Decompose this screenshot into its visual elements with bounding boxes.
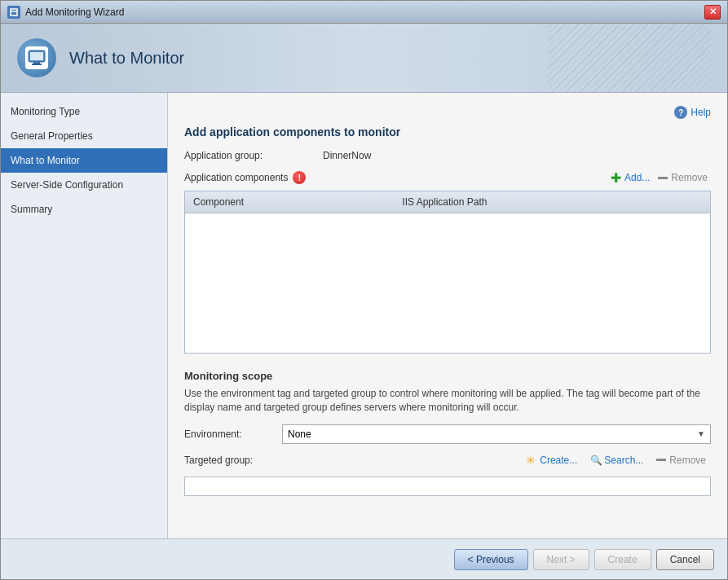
- header-title: What to Monitor: [69, 49, 184, 68]
- column-iis-path: IIS Application Path: [394, 191, 710, 213]
- targeted-controls: ✳ Create... 🔍 Search... Remove: [282, 452, 711, 468]
- targeted-group-label: Targeted group:: [184, 455, 282, 466]
- content-area: Monitoring Type General Properties What …: [1, 93, 727, 538]
- header-decoration: [548, 24, 711, 92]
- add-plus-icon: ✚: [610, 171, 623, 184]
- sidebar-item-monitoring-type[interactable]: Monitoring Type: [1, 99, 167, 124]
- search-button[interactable]: 🔍 Search...: [585, 453, 648, 468]
- targeted-group-row: Targeted group: ✳ Create... 🔍 Search...: [184, 452, 711, 468]
- sidebar-item-server-side-configuration[interactable]: Server-Side Configuration: [1, 173, 167, 197]
- next-button[interactable]: Next >: [533, 549, 589, 570]
- help-link[interactable]: ? Help: [674, 106, 711, 119]
- toolbar-right: ✚ Add... Remove: [607, 169, 711, 186]
- components-table-container[interactable]: Component IIS Application Path: [184, 191, 711, 354]
- table-header-row: Component IIS Application Path: [185, 191, 710, 213]
- components-table: Component IIS Application Path: [185, 191, 710, 213]
- sidebar: Monitoring Type General Properties What …: [1, 93, 168, 538]
- add-label: Add...: [624, 172, 650, 183]
- remove-icon: [658, 177, 668, 179]
- monitoring-scope-section: Monitoring scope Use the environment tag…: [184, 370, 711, 496]
- application-group-label: Application group:: [184, 150, 323, 161]
- remove-targeted-button[interactable]: Remove: [651, 453, 711, 468]
- search-icon: 🔍: [590, 455, 602, 466]
- sidebar-item-summary[interactable]: Summary: [1, 197, 167, 222]
- section-title: Add application components to monitor: [184, 125, 711, 138]
- application-group-value: DinnerNow: [323, 150, 371, 161]
- application-group-row: Application group: DinnerNow: [184, 150, 711, 161]
- sidebar-item-what-to-monitor[interactable]: What to Monitor: [1, 148, 167, 173]
- targeted-input-area[interactable]: [184, 477, 711, 496]
- main-content: ? Help Add application components to mon…: [168, 93, 727, 538]
- remove-button[interactable]: Remove: [655, 170, 711, 185]
- application-components-header: Application components ! ✚ Add... Remove: [184, 169, 711, 186]
- column-component: Component: [185, 191, 394, 213]
- svg-rect-4: [33, 62, 40, 64]
- previous-button[interactable]: < Previous: [454, 549, 528, 570]
- help-icon: ?: [674, 106, 687, 119]
- search-label: Search...: [604, 455, 643, 466]
- create-button[interactable]: Create: [594, 549, 651, 570]
- help-row: ? Help: [184, 106, 711, 119]
- footer: < Previous Next > Create Cancel: [1, 538, 727, 579]
- help-label: Help: [690, 107, 711, 118]
- header-icon: [17, 38, 56, 77]
- environment-row: Environment: None Production Staging Dev…: [184, 424, 711, 444]
- scope-description: Use the environment tag and targeted gro…: [184, 387, 711, 415]
- svg-rect-3: [30, 52, 43, 60]
- sidebar-item-general-properties[interactable]: General Properties: [1, 124, 167, 148]
- remove-targeted-icon: [656, 459, 666, 461]
- environment-select-wrapper: None Production Staging Development ▼: [282, 424, 711, 444]
- title-bar: Add Monitoring Wizard ✕: [1, 1, 727, 24]
- header-icon-inner: [25, 46, 48, 69]
- wizard-window: Add Monitoring Wizard ✕ What to Monitor …: [0, 0, 728, 580]
- environment-label: Environment:: [184, 428, 282, 440]
- close-button[interactable]: ✕: [704, 5, 721, 20]
- scope-title: Monitoring scope: [184, 370, 711, 382]
- create-label: Create...: [540, 455, 577, 466]
- svg-rect-0: [11, 9, 17, 15]
- add-button[interactable]: ✚ Add...: [607, 169, 653, 186]
- application-components-label: Application components !: [184, 171, 607, 184]
- create-button[interactable]: ✳ Create...: [519, 452, 582, 468]
- remove-label: Remove: [671, 172, 708, 183]
- error-icon: !: [293, 171, 306, 184]
- remove-targeted-label: Remove: [669, 455, 706, 466]
- create-icon: ✳: [524, 454, 537, 467]
- title-bar-icon: [7, 6, 20, 19]
- header-banner: What to Monitor: [1, 24, 727, 93]
- cancel-button[interactable]: Cancel: [656, 549, 714, 570]
- svg-rect-5: [32, 64, 42, 65]
- title-bar-text: Add Monitoring Wizard: [25, 7, 704, 18]
- environment-select[interactable]: None Production Staging Development: [282, 424, 711, 444]
